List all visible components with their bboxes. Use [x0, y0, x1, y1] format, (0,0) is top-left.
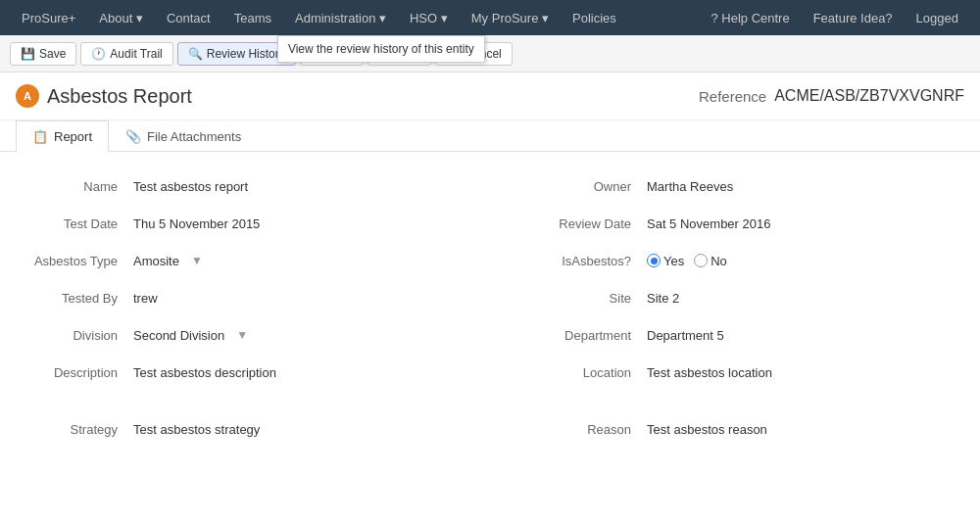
- brand-logo[interactable]: ProSure+: [10, 0, 87, 35]
- description-label: Description: [16, 365, 133, 380]
- site-label: Site: [529, 291, 647, 306]
- strategy-value: Test asbestos strategy: [133, 422, 490, 437]
- no-radio-circle[interactable]: [694, 254, 708, 267]
- description-row: Description Test asbestos description: [16, 354, 490, 391]
- location-label: Location: [529, 365, 647, 380]
- bottom-form-section: Strategy Test asbestos strategy Reason T…: [16, 410, 964, 448]
- review-date-value: Sat 5 November 2016: [647, 216, 964, 231]
- reason-label: Reason: [529, 422, 647, 437]
- nav-about[interactable]: About ▾: [87, 0, 155, 35]
- division-text: Second Division: [133, 328, 224, 343]
- reason-row: Reason Test asbestos reason: [529, 410, 964, 448]
- asbestos-type-label: Asbestos Type: [16, 254, 133, 268]
- audit-trail-button[interactable]: 🕐 Audit Trail: [80, 42, 172, 66]
- tabs: 📋 Report 📎 File Attachments: [0, 120, 980, 152]
- file-attachments-label: File Attachments: [147, 129, 241, 144]
- logged-in-user[interactable]: Logged: [905, 0, 970, 35]
- feature-idea-link[interactable]: Feature Idea?: [802, 0, 905, 35]
- save-button[interactable]: 💾 Save: [10, 42, 76, 66]
- review-date-label: Review Date: [529, 216, 647, 231]
- tested-by-label: Tested By: [16, 291, 133, 306]
- division-row: Division Second Division ▼: [16, 316, 490, 354]
- is-asbestos-row: IsAsbestos? Yes No: [529, 242, 964, 279]
- reference-label: Reference: [699, 88, 766, 105]
- reason-value: Test asbestos reason: [647, 422, 964, 437]
- site-row: Site Site 2: [529, 279, 964, 316]
- no-radio-label: No: [710, 254, 727, 268]
- is-asbestos-radio-group: Yes No: [647, 254, 964, 268]
- save-label: Save: [39, 47, 66, 61]
- yes-radio-label: Yes: [663, 254, 684, 268]
- owner-value: Martha Reeves: [647, 179, 964, 194]
- department-value: Department 5: [647, 328, 964, 343]
- report-tab[interactable]: 📋 Report: [16, 120, 109, 152]
- reference-area: Reference ACME/ASB/ZB7VXVGNRF: [699, 87, 964, 105]
- page-title-area: A Asbestos Report: [16, 84, 192, 108]
- form-content: Name Test asbestos report Test Date Thu …: [0, 152, 980, 463]
- name-row: Name Test asbestos report: [16, 167, 490, 205]
- asbestos-type-text: Amosite: [133, 254, 179, 268]
- nav-contact[interactable]: Contact View the review history of this …: [155, 0, 222, 35]
- right-navigation: ? Help Centre Feature Idea? Logged: [699, 0, 970, 35]
- report-tab-label: Report: [54, 129, 92, 144]
- toolbar: 💾 Save 🕐 Audit Trail 🔍 Review History 📄 …: [0, 35, 980, 72]
- file-attachments-icon: 📎: [125, 129, 141, 144]
- audit-trail-icon: 🕐: [91, 47, 106, 61]
- division-label: Division: [16, 328, 133, 343]
- left-column: Name Test asbestos report Test Date Thu …: [16, 167, 490, 391]
- test-date-row: Test Date Thu 5 November 2015: [16, 205, 490, 242]
- owner-label: Owner: [529, 179, 647, 194]
- name-label: Name: [16, 179, 133, 194]
- review-history-tooltip: View the review history of this entity: [277, 35, 485, 63]
- owner-row: Owner Martha Reeves: [529, 167, 964, 205]
- asbestos-type-row: Asbestos Type Amosite ▼: [16, 242, 490, 279]
- strategy-label: Strategy: [16, 422, 133, 437]
- strategy-row: Strategy Test asbestos strategy: [16, 410, 490, 448]
- asbestos-type-value[interactable]: Amosite ▼: [133, 254, 490, 268]
- no-radio-option[interactable]: No: [694, 254, 727, 268]
- top-navigation: ProSure+ About ▾ Contact View the review…: [0, 0, 980, 35]
- department-row: Department Department 5: [529, 316, 964, 354]
- yes-radio-option[interactable]: Yes: [647, 254, 684, 268]
- help-centre-link[interactable]: ? Help Centre: [699, 0, 801, 35]
- site-value: Site 2: [647, 291, 964, 306]
- reference-value: ACME/ASB/ZB7VXVGNRF: [774, 87, 964, 105]
- review-history-icon: 🔍: [188, 47, 203, 61]
- location-value: Test asbestos location: [647, 365, 964, 380]
- page-header: A Asbestos Report Reference ACME/ASB/ZB7…: [0, 72, 980, 120]
- page-title: Asbestos Report: [47, 85, 192, 108]
- bottom-left-column: Strategy Test asbestos strategy: [16, 410, 490, 448]
- nav-teams[interactable]: Teams: [222, 0, 283, 35]
- report-tab-icon: 📋: [32, 129, 48, 144]
- save-icon: 💾: [21, 47, 35, 61]
- page-icon: A: [16, 84, 39, 108]
- division-value[interactable]: Second Division ▼: [133, 328, 490, 343]
- file-attachments-tab[interactable]: 📎 File Attachments: [109, 120, 258, 152]
- name-value: Test asbestos report: [133, 179, 490, 194]
- department-label: Department: [529, 328, 647, 343]
- description-value: Test asbestos description: [133, 365, 490, 380]
- is-asbestos-label: IsAsbestos?: [529, 254, 647, 268]
- bottom-right-column: Reason Test asbestos reason: [490, 410, 964, 448]
- review-history-label: Review History: [207, 47, 285, 61]
- nav-policies[interactable]: Policies: [561, 0, 628, 35]
- location-row: Location Test asbestos location: [529, 354, 964, 391]
- form-section: Name Test asbestos report Test Date Thu …: [16, 167, 964, 391]
- test-date-label: Test Date: [16, 216, 133, 231]
- right-column: Owner Martha Reeves Review Date Sat 5 No…: [490, 167, 964, 391]
- division-arrow: ▼: [236, 328, 248, 342]
- tested-by-row: Tested By trew: [16, 279, 490, 316]
- nav-hso[interactable]: HSO ▾: [398, 0, 460, 35]
- yes-radio-circle[interactable]: [647, 254, 661, 267]
- asbestos-type-arrow: ▼: [191, 254, 203, 267]
- audit-trail-label: Audit Trail: [110, 47, 162, 61]
- test-date-value: Thu 5 November 2015: [133, 216, 490, 231]
- nav-myprosure[interactable]: My ProSure ▾: [460, 0, 561, 35]
- nav-administration[interactable]: Administration ▾: [283, 0, 398, 35]
- review-date-row: Review Date Sat 5 November 2016: [529, 205, 964, 242]
- tested-by-value: trew: [133, 291, 490, 306]
- is-asbestos-value: Yes No: [647, 254, 964, 268]
